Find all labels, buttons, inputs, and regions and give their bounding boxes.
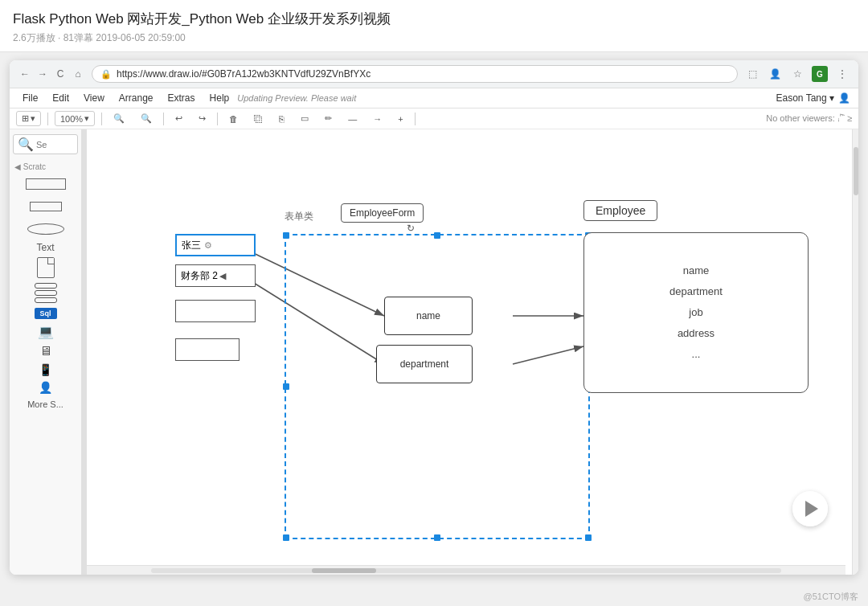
page-icon: ⊞ [22,113,29,124]
shape-ellipse[interactable] [13,219,78,239]
rect-sm-shape [30,202,62,211]
monitor-icon-row[interactable]: 🖥 [13,344,78,358]
file-shape [37,257,55,278]
monitor-icon: 🖥 [39,344,52,358]
phone-icon: 📱 [39,363,52,376]
sidebar-search[interactable]: 🔍 [13,134,78,154]
page-meta: 2.6万播放 · 81弹幕 2019-06-05 20:59:00 [13,31,855,45]
app-sidebar: 🔍 ◀ Scratc Text [10,129,82,575]
handle-bm[interactable] [434,534,440,541]
handle-tl[interactable] [283,232,289,239]
employee-entity-box[interactable]: namedepartmentjobaddress... [583,232,809,393]
menu-edit[interactable]: Edit [46,90,76,106]
toolbar-sep-1 [47,113,48,125]
rotate-icon: ↻ [407,223,415,234]
menu-extras[interactable]: Extras [162,90,202,106]
handle-ml[interactable] [283,383,289,390]
sql-icon-row[interactable]: Sql [13,308,78,319]
back-button[interactable]: ← [18,67,32,81]
arrow-right-icon: ◀ [219,271,226,281]
copy-button[interactable]: ⿻ [249,113,268,125]
scrollbar-track [151,568,781,573]
browser-toolbar: ← → C ⌂ 🔒 https://www.draw.io/#G0B7rA1J2… [10,60,858,88]
department-node[interactable]: department [376,345,473,383]
zoom-arrow: ▾ [84,113,89,124]
form-selection-box[interactable] [285,234,590,539]
rect-shape [26,178,66,190]
play-button[interactable] [792,491,828,526]
menu-help[interactable]: Help [203,90,236,106]
handle-br[interactable] [585,534,592,541]
shape-rect-large[interactable] [13,174,78,194]
menu-avatar-icon[interactable]: 👤 [836,90,852,106]
paste-button[interactable]: ⎘ [274,113,289,125]
handle-bl[interactable] [283,534,289,541]
format-button[interactable]: ▭ [296,112,313,125]
menu-file[interactable]: File [16,90,44,106]
undo-button[interactable]: ↩ [170,112,187,125]
line-button[interactable]: — [343,113,362,125]
profile-icon[interactable]: 👤 [767,66,783,82]
scrollbar-thumb [312,568,376,573]
file-icon-row[interactable] [13,257,78,278]
form-item-caiwubu[interactable]: 财务部 2 ◀ [175,264,256,287]
forward-button[interactable]: → [35,67,50,81]
toolbar-sep-4 [217,113,218,125]
reload-button[interactable]: C [53,67,68,81]
browser-chrome: ← → C ⌂ 🔒 https://www.draw.io/#G0B7rA1J2… [10,60,858,88]
sql-icon: Sql [35,308,57,319]
menu-arrange[interactable]: Arrange [113,90,160,106]
play-icon [805,501,818,517]
form-item-zhangsan[interactable]: 张三 ⚙ [175,234,256,256]
delete-button[interactable]: 🗑 [224,113,243,125]
form-item-empty1[interactable] [175,300,256,322]
lock-icon: 🔒 [100,69,112,80]
menu-user[interactable]: Eason Tang ▾ [776,92,835,104]
zoom-in-button[interactable]: 🔍 [136,112,157,125]
more-shapes[interactable]: More S... [13,399,78,409]
menu-view[interactable]: View [77,90,111,106]
shape-rect-small[interactable] [13,197,78,216]
more-menu-icon[interactable]: ⋮ [834,66,850,82]
zoom-out-button[interactable]: 🔍 [108,112,129,125]
handle-tm[interactable] [434,232,440,239]
app-menubar: File Edit View Arrange Extras Help Updat… [10,88,858,109]
cast-icon[interactable]: ⬚ [744,66,760,82]
canvas-area[interactable]: 表单类 EmployeeForm ↻ [87,129,852,575]
right-scrollbar[interactable] [852,129,858,575]
name-node[interactable]: name [384,297,473,335]
zoom-control[interactable]: 100% ▾ [55,111,95,126]
arrow-button[interactable]: → [368,113,387,125]
form-item-empty2[interactable] [175,338,240,361]
home-button[interactable]: ⌂ [71,67,85,81]
extension-icon[interactable]: G [812,66,828,82]
category-label: 表单类 [285,210,313,223]
bottom-scrollbar[interactable] [87,565,845,575]
toolbar-sep-2 [101,113,102,125]
db-shape [35,283,57,303]
ellipse-shape [27,223,64,235]
laptop-icon-row[interactable]: 💻 [13,324,78,339]
phone-icon-row[interactable]: 📱 [13,363,78,376]
pen-button[interactable]: ✏ [320,112,337,125]
app-toolbar: ⊞ ▾ 100% ▾ 🔍 🔍 ↩ ↪ 🗑 ⿻ ⎘ ▭ ✏ — → + No ot… [10,109,858,129]
toolbar-sep-5 [415,113,416,125]
employee-title[interactable]: Employee [583,200,657,221]
person-icon-row[interactable]: 👤 [13,381,78,394]
text-shape[interactable]: Text [13,240,78,255]
employee-form-title[interactable]: EmployeeForm [341,203,424,223]
browser-action-icons: ⬚ 👤 ☆ G ⋮ [744,66,850,82]
db-layer-2 [35,290,57,296]
toolbar-sep-3 [163,113,164,125]
add-button[interactable]: + [393,113,407,125]
db-icon-row[interactable] [13,283,78,303]
db-layer-1 [35,283,57,289]
redo-button[interactable]: ↪ [194,112,211,125]
bookmark-icon[interactable]: ☆ [789,66,805,82]
page-selector[interactable]: ⊞ ▾ [16,111,41,126]
menu-status: Updating Preview. Please wait [237,93,356,103]
address-text: https://www.draw.io/#G0B7rA1J2wb3KNTVdfU… [117,68,729,80]
address-bar[interactable]: 🔒 https://www.draw.io/#G0B7rA1J2wb3KNTVd… [92,65,738,83]
search-icon: 🔍 [18,137,34,152]
search-input[interactable] [36,140,76,149]
